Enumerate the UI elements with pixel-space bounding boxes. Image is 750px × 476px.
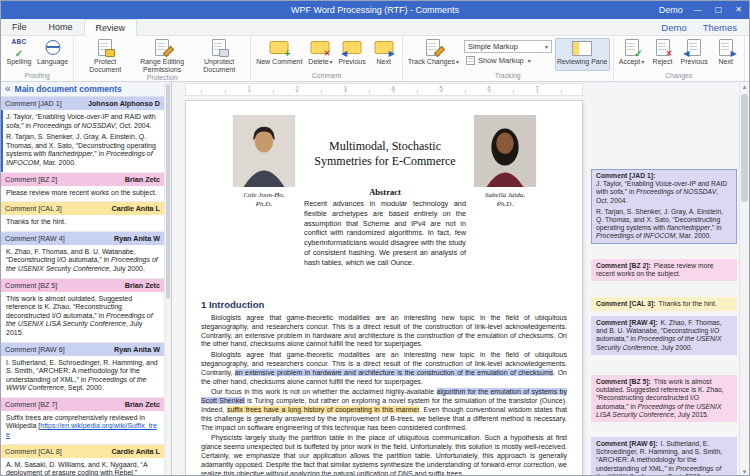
paragraph[interactable]: Our focus in this work is not on whether…	[201, 388, 567, 432]
comment-card-bz2[interactable]: Comment [BZ 2] Brian Zetc Please review …	[1, 173, 164, 203]
previous-change-button[interactable]: Previous	[679, 38, 710, 71]
margin-comment-id: Comment [JAD 1]:	[596, 172, 732, 180]
comment-id: Comment [CAL 3]	[5, 204, 62, 213]
range-editing-permissions-button[interactable]: Range Editing Permissions	[134, 38, 190, 73]
scrollbar-thumb[interactable]	[166, 84, 170, 299]
comment-body[interactable]: K. Zhao, F. Thomas, and B. U. Watanabe, …	[1, 245, 164, 278]
ribbon: Spelling Language Proofing Protect Docum…	[1, 36, 749, 82]
ruler-number: 7	[535, 85, 539, 92]
triangle-up-icon[interactable]: ▲	[740, 82, 749, 92]
delete-comment-button[interactable]: Delete▾	[305, 38, 335, 71]
comment-card-cal3[interactable]: Comment [CAL 3] Cardle Anita L Thanks fo…	[1, 202, 164, 232]
comment-card-raw6[interactable]: Comment [RAW 6] Ryan Anita W I. Sutherla…	[1, 343, 164, 398]
doc-pencil-icon	[149, 39, 175, 56]
comment-card-bz5[interactable]: Comment [BZ 5] Brian Zetc This work is a…	[1, 279, 164, 343]
section-heading[interactable]: 1 Introduction	[201, 299, 567, 310]
comment-body[interactable]: A. M. Sasaki, D. Williams, and K. Nygaar…	[1, 458, 164, 476]
ribbon-group-protection: Protect Document Range Editing Permissio…	[74, 36, 251, 81]
track-changes-icon	[420, 39, 446, 56]
abstract-text[interactable]: Recent advances in modular technology an…	[304, 199, 466, 268]
margin-comment-bz2[interactable]: Comment [BZ 2]:Please review more recent…	[591, 259, 737, 281]
ruler-number: 4	[391, 85, 395, 92]
comment-id: Comment [JAD 1]	[5, 99, 62, 108]
markup-mode-select[interactable]: Simple Markup ▾	[464, 40, 552, 53]
triangle-down-icon[interactable]: ▼	[740, 467, 749, 476]
margin-comment-bz5[interactable]: Comment [BZ 5]:This work is almost outda…	[591, 375, 737, 422]
comments-list: Comment [JAD 1] Johnson Alphonso D J. Ta…	[1, 97, 171, 476]
close-button[interactable]: ✕	[733, 6, 744, 14]
themes-link[interactable]: Themes	[695, 22, 745, 33]
comment-body[interactable]: Thanks for the hint.	[1, 215, 164, 231]
tab-review[interactable]: Review	[84, 19, 138, 36]
comment-card-bz7[interactable]: Comment [BZ 7] Brian Zetc Suffix trees a…	[1, 398, 164, 445]
comment-body[interactable]: Please review more recent works on the s…	[1, 186, 164, 202]
doc-unlock-icon	[206, 39, 232, 56]
ribbon-group-proofing: Spelling Language Proofing	[1, 36, 74, 81]
reviewing-pane-label: Reviewing Pane	[557, 58, 608, 66]
protect-document-label: Protect Document	[79, 58, 131, 73]
vertical-scrollbar[interactable]: ▲ ▼	[739, 82, 749, 476]
unprotect-document-label: Unprotect Document	[193, 58, 245, 73]
comment-body[interactable]: I. Sutherland, E. Schroedinger, R. Hammi…	[1, 356, 164, 397]
minimize-button[interactable]: —	[692, 6, 704, 14]
document-page[interactable]: Cole Joon-Ho, Ph.D. Sabella Jaida, Ph.D.	[185, 100, 583, 476]
chevrons-left-icon[interactable]: «	[5, 84, 11, 94]
maximize-button[interactable]: ▢	[713, 6, 725, 14]
margin-comment-jad1[interactable]: Comment [JAD 1]: J. Taylor, “Enabling Vo…	[591, 169, 737, 244]
comment-card-header: Comment [RAW 6] Ryan Anita W	[1, 343, 164, 356]
comment-card-header: Comment [CAL 8] Cardle Anita L	[1, 445, 164, 458]
margin-comment-cal3[interactable]: Comment [CAL 3]:Thanks for the hint.	[591, 297, 737, 311]
new-comment-button[interactable]: New Comment	[254, 38, 304, 71]
next-change-button[interactable]: Next	[711, 38, 741, 71]
ruler[interactable]: 1 2 3 4 5 6 7	[185, 83, 583, 96]
paragraph[interactable]: Biologists agree that game-theoretic mod…	[201, 314, 567, 349]
track-changes-button[interactable]: Track Changes▾	[406, 38, 461, 71]
margin-comment-raw6[interactable]: Comment [RAW 6]:I. Sutherland, E. Schroe…	[591, 437, 737, 476]
ruler-number: 1	[247, 85, 251, 92]
unprotect-document-button[interactable]: Unprotect Document	[191, 38, 247, 73]
doc-lines-icon	[466, 56, 475, 65]
previous-comment-button[interactable]: Previous	[336, 38, 367, 71]
document-body[interactable]: 1 Introduction Biologists agree that gam…	[201, 299, 567, 476]
comment-card-cal8[interactable]: Comment [CAL 8] Cardle Anita L A. M. Sas…	[1, 445, 164, 476]
reviewing-pane-button[interactable]: Reviewing Pane	[555, 38, 610, 71]
comment-card-jad1[interactable]: Comment [JAD 1] Johnson Alphonso D J. Ta…	[1, 97, 164, 173]
spelling-button[interactable]: Spelling	[4, 38, 34, 71]
document-area: 1 2 3 4 5 6 7	[172, 82, 739, 476]
scrollbar-thumb[interactable]	[741, 94, 748, 202]
margin-comment-raw4[interactable]: Comment [RAW 4]:K. Zhao, F. Thomas, and …	[591, 316, 737, 355]
comment-id: Comment [RAW 6]	[5, 345, 65, 354]
paragraph[interactable]: Physicists largely study the partition t…	[201, 434, 567, 476]
window-title: WPF Word Processing (RTF) - Comments	[291, 5, 459, 15]
comment-body[interactable]: This work is almost outdated. Suggested …	[1, 292, 164, 342]
dropdown-arrow-icon: ▾	[330, 59, 333, 65]
abstract-heading[interactable]: Abstract	[300, 187, 470, 197]
author-photo-left[interactable]	[232, 115, 296, 187]
tab-file[interactable]: File	[1, 19, 38, 35]
previous-change-label: Previous	[681, 58, 708, 66]
demo-link[interactable]: Demo	[653, 22, 694, 33]
paragraph[interactable]: Biologists agree that game-theoretic mod…	[201, 351, 567, 386]
comment-body[interactable]: Suffix trees are comprehensively reviewe…	[1, 411, 164, 444]
comment-author: Johnson Alphonso D	[88, 99, 160, 108]
delete-label: Delete	[308, 58, 328, 65]
next-comment-button[interactable]: Next	[369, 38, 399, 71]
tab-home-label: Home	[49, 22, 73, 32]
doc-lock-icon	[92, 39, 118, 56]
accept-change-button[interactable]: Accept▾	[617, 38, 647, 71]
show-markup-button[interactable]: Show Markup ▾	[464, 56, 552, 65]
bubble-plus-icon	[266, 39, 292, 56]
author-degree: Ph.D.	[209, 200, 319, 209]
comments-panel-scrollbar[interactable]	[164, 82, 171, 476]
protect-document-button[interactable]: Protect Document	[77, 38, 133, 73]
reject-change-button[interactable]: Reject	[648, 38, 678, 71]
tab-home[interactable]: Home	[38, 19, 84, 35]
titlebar[interactable]: WPF Word Processing (RTF) - Comments Dem…	[1, 1, 749, 19]
comment-body[interactable]: J. Taylor, “Enabling Voice-over-IP and R…	[1, 110, 164, 172]
globe-icon	[40, 39, 66, 56]
comment-card-header: Comment [BZ 2] Brian Zetc	[1, 173, 164, 186]
language-button[interactable]: Language	[35, 38, 70, 71]
author-photo-right[interactable]	[473, 115, 537, 187]
comment-card-raw4[interactable]: Comment [RAW 4] Ryan Anita W K. Zhao, F.…	[1, 232, 164, 279]
paper-title[interactable]: Multimodal, Stochastic Symmetries for E-…	[300, 139, 470, 169]
